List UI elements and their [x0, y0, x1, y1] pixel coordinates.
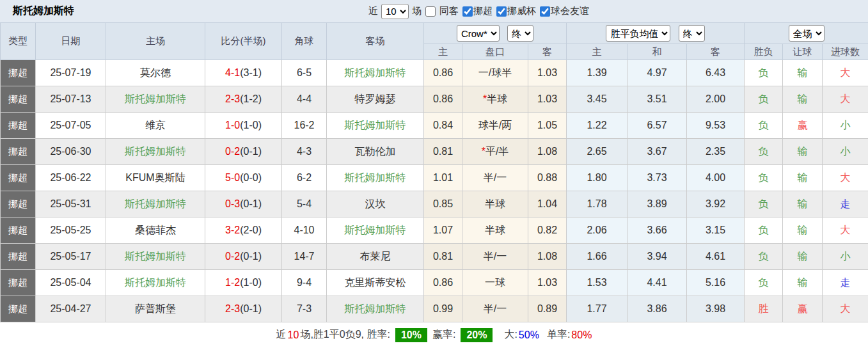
odds-home-value: 0.84: [424, 113, 462, 139]
away-team-link[interactable]: 斯托姆加斯特: [327, 165, 424, 191]
away-team-link[interactable]: 布莱尼: [327, 244, 424, 270]
odds-away-value: 0.88: [528, 165, 567, 191]
score-cell: 3-2(2-0): [205, 217, 282, 244]
corner-score: 4-10: [282, 217, 327, 244]
away-team-link[interactable]: 克里斯蒂安松: [327, 270, 424, 296]
corner-score: 14-7: [282, 244, 327, 270]
col-header-home: 主场: [106, 23, 205, 60]
handicap-value: 半球: [462, 191, 528, 217]
away-team-link[interactable]: 瓦勒伦加: [327, 139, 424, 165]
score-cell: 1-0(1-0): [205, 113, 282, 139]
away-team-link[interactable]: 斯托姆加斯特: [327, 296, 424, 322]
avg-win-value: 1.77: [567, 296, 627, 322]
table-row: 挪超 25-07-05 维京 1-0(1-0) 16-2 斯托姆加斯特 0.84…: [1, 113, 868, 139]
corner-score: 6-5: [282, 60, 327, 86]
handicap-value: 一/球半: [462, 60, 528, 86]
home-team-link[interactable]: 斯托姆加斯特: [106, 191, 205, 217]
near-label: 近: [368, 5, 378, 17]
match-table-body: 挪超 25-07-19 莫尔德 4-1(3-1) 6-5 斯托姆加斯特 0.86…: [1, 60, 868, 322]
sub-header-avg-lose: 客: [687, 44, 745, 60]
full-score: 1-2: [225, 277, 240, 288]
avg-win-value: 2.06: [567, 217, 627, 244]
avg-odds-select[interactable]: 胜平负均值: [606, 25, 670, 42]
avg-win-value: 1.22: [567, 113, 627, 139]
odds-home-value: 1.07: [424, 217, 462, 244]
league-checkbox-club-friendly[interactable]: [540, 6, 550, 17]
big-rate-value: 50%: [519, 329, 539, 341]
result-handicap: 赢: [783, 113, 823, 139]
avg-lose-value: 4.00: [687, 165, 745, 191]
score-cell: 4-1(3-1): [205, 60, 282, 86]
home-team-link[interactable]: 斯托姆加斯特: [106, 270, 205, 296]
odds-company-select[interactable]: Crow*: [457, 25, 500, 42]
avg-lose-value: 6.43: [687, 60, 745, 86]
home-team-link[interactable]: 维京: [106, 113, 205, 139]
away-team-link[interactable]: 汉坎: [327, 191, 424, 217]
same-away-checkbox[interactable]: [425, 6, 436, 17]
handicap-value: 一球: [462, 270, 528, 296]
match-date: 25-05-17: [36, 244, 106, 270]
corner-score: 7-3: [282, 296, 327, 322]
match-count-select[interactable]: 10: [381, 4, 409, 19]
corner-score: 9-4: [282, 270, 327, 296]
home-team-link[interactable]: 斯托姆加斯特: [106, 86, 205, 113]
avg-draw-value: 3.94: [627, 244, 687, 270]
corner-score: 5-4: [282, 191, 327, 217]
home-team-link[interactable]: 桑德菲杰: [106, 217, 205, 244]
odds-home-value: 0.81: [424, 139, 462, 165]
score-cell: 1-2(1-0): [205, 270, 282, 296]
league-checkbox-eliteserien[interactable]: [462, 6, 473, 17]
avg-draw-value: 3.51: [627, 86, 687, 113]
away-team-link[interactable]: 斯托姆加斯特: [327, 60, 424, 86]
league-badge: 挪超: [1, 244, 36, 270]
avg-draw-value: 4.97: [627, 60, 687, 86]
result-wdl: 负: [745, 139, 783, 165]
league-label-eliteserien: 挪超: [473, 5, 493, 17]
away-team-link[interactable]: 斯托姆加斯特: [327, 217, 424, 244]
table-row: 挪超 25-06-30 斯托姆加斯特 0-2(0-1) 4-3 瓦勒伦加 0.8…: [1, 139, 868, 165]
league-badge: 挪超: [1, 270, 36, 296]
home-team-link[interactable]: KFUM奥斯陆: [106, 165, 205, 191]
away-team-link[interactable]: 特罗姆瑟: [327, 86, 424, 113]
league-label-norway-cup: 挪威杯: [507, 5, 536, 17]
odds-away-value: 1.03: [528, 86, 567, 113]
odds-company-time-select[interactable]: 终: [507, 25, 533, 42]
home-team-link[interactable]: 斯托姆加斯特: [106, 139, 205, 165]
result-goals: 走: [823, 191, 868, 217]
home-team-link[interactable]: 斯托姆加斯特: [106, 244, 205, 270]
games-label: 场: [412, 5, 422, 17]
avg-lose-value: 3.92: [687, 191, 745, 217]
half-score: (0-1): [240, 146, 262, 157]
avg-odds-header: 胜平负均值 终: [567, 23, 745, 44]
home-team-link[interactable]: 萨普斯堡: [106, 296, 205, 322]
summary-footer: 近10场,胜1平0负9, 胜率: 10% 赢率: 20% 大:50% 单率:80…: [0, 322, 868, 347]
result-handicap: 输: [783, 270, 823, 296]
away-team-link[interactable]: 斯托姆加斯特: [327, 113, 424, 139]
half-score: (0-1): [240, 251, 262, 262]
half-score: (1-0): [240, 277, 262, 288]
scope-select[interactable]: 全场: [789, 25, 825, 42]
result-handicap: 输: [783, 165, 823, 191]
match-date: 25-07-05: [36, 113, 106, 139]
full-score: 0-2: [225, 146, 240, 157]
match-date: 25-05-25: [36, 217, 106, 244]
league-checkbox-norway-cup[interactable]: [496, 6, 507, 17]
result-wdl: 负: [745, 191, 783, 217]
avg-draw-value: 4.41: [627, 270, 687, 296]
score-cell: 2-3(1-2): [205, 86, 282, 113]
result-handicap: 赢: [783, 296, 823, 322]
league-badge: 挪超: [1, 296, 36, 322]
result-wdl: 负: [745, 217, 783, 244]
corner-score: 4-4: [282, 86, 327, 113]
big-rate-label: 大:: [504, 328, 517, 342]
avg-win-value: 1.53: [567, 270, 627, 296]
col-header-corner: 角球: [282, 23, 327, 60]
result-wdl: 胜: [745, 296, 783, 322]
home-team-link[interactable]: 莫尔德: [106, 60, 205, 86]
match-date: 25-07-13: [36, 86, 106, 113]
avg-odds-time-select[interactable]: 终: [679, 25, 705, 42]
result-handicap: 输: [783, 217, 823, 244]
odds-home-value: 1.01: [424, 165, 462, 191]
result-goals: 大: [823, 60, 868, 86]
full-score: 1-0: [225, 120, 240, 130]
